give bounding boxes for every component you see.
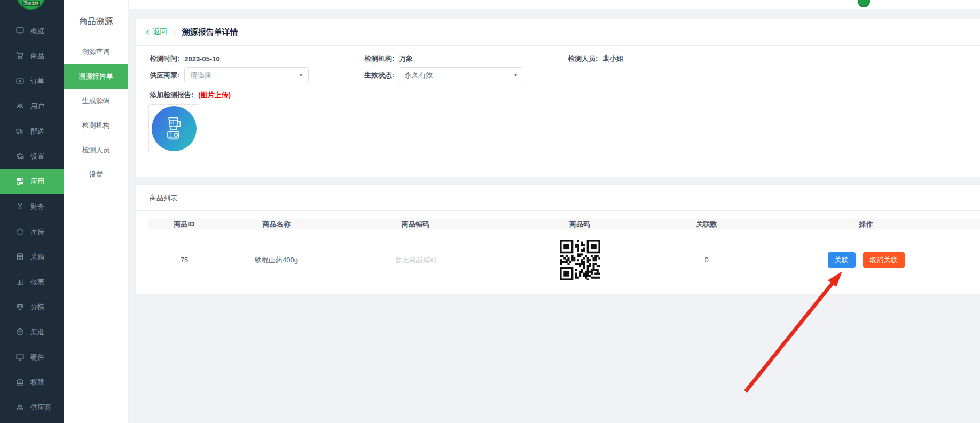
detail-header: < 返回 | 溯源报告单详情 xyxy=(136,19,980,45)
sidebar-item-供应商[interactable]: 供应商 xyxy=(0,395,64,420)
report-upload-label: 添加检测报告: xyxy=(150,90,193,100)
back-button[interactable]: < 返回 xyxy=(145,27,167,37)
primary-nav: 概览商品订单用户配送设置应用财务库房采购报表分拣渠道硬件权限供应商 xyxy=(0,18,64,420)
sidebar-item-订单[interactable]: 订单 xyxy=(0,68,64,93)
app-logo[interactable]: 万熙优鲜 xyxy=(0,0,64,11)
blender-image xyxy=(152,106,197,151)
submenu-item-label: 溯源查询 xyxy=(82,47,110,57)
person-value: 裴小姐 xyxy=(602,54,623,64)
back-label: 返回 xyxy=(152,27,167,37)
column-header: 商品码 xyxy=(498,220,661,229)
sidebar-item-财务[interactable]: 财务 xyxy=(0,194,64,219)
sidebar-item-label: 配送 xyxy=(30,127,44,136)
topbar xyxy=(129,0,980,9)
sidebar-item-权限[interactable]: 权限 xyxy=(0,370,64,395)
page: 万熙优鲜 概览商品订单用户配送设置应用财务库房采购报表分拣渠道硬件权限供应商 商… xyxy=(0,0,980,423)
test-time-value: 2023-05-10 xyxy=(184,55,220,63)
app-grid-icon xyxy=(15,177,25,186)
associate-button[interactable]: 关联 xyxy=(828,252,856,268)
test-time-label: 检测时间: xyxy=(150,54,179,64)
sidebar-item-label: 订单 xyxy=(30,76,44,86)
column-header: 商品ID xyxy=(148,220,220,229)
header-separator: | xyxy=(174,28,176,36)
sidebar-item-库房[interactable]: 库房 xyxy=(0,219,64,244)
table-header-row: 商品ID商品名称商品编码商品码关联数操作 xyxy=(148,218,980,230)
cell-assoc-count: 0 xyxy=(661,256,752,264)
report-upload-hint: (图片上传) xyxy=(198,90,231,100)
sidebar-item-概览[interactable]: 概览 xyxy=(0,18,64,43)
sidebar-item-label: 库房 xyxy=(30,227,44,237)
chevron-down-icon: ▼ xyxy=(299,73,303,77)
chevron-down-icon: ▼ xyxy=(513,73,518,77)
blender-icon xyxy=(160,115,188,143)
users-icon xyxy=(15,403,25,412)
sidebar-item-用户[interactable]: 用户 xyxy=(0,93,64,119)
supplier-select[interactable]: 请选择 ▼ xyxy=(184,67,309,83)
cart-icon xyxy=(15,51,25,60)
sidebar-item-分拣[interactable]: 分拣 xyxy=(0,294,64,319)
sidebar-item-采购[interactable]: 采购 xyxy=(0,244,64,269)
submenu-item-设置[interactable]: 设置 xyxy=(64,162,128,187)
qr-code xyxy=(560,240,600,280)
page-title: 溯源报告单详情 xyxy=(182,27,238,37)
app-logo-text: 万熙优鲜 xyxy=(22,1,40,6)
sidebar-item-label: 权限 xyxy=(30,378,44,387)
main-content: < 返回 | 溯源报告单详情 检测时间: 2023-05-10 检测机构: 万象 xyxy=(129,0,980,423)
submenu-item-溯源查询[interactable]: 溯源查询 xyxy=(64,40,128,64)
submenu-item-溯源报告单[interactable]: 溯源报告单 xyxy=(64,64,128,89)
sidebar-item-label: 渠道 xyxy=(30,327,44,337)
scale-icon xyxy=(15,302,25,311)
table-row: 75 铁棍山药400g 暂无商品编码 0 关联 取消关联 xyxy=(148,230,980,289)
sidebar-item-配送[interactable]: 配送 xyxy=(0,119,64,144)
bank-icon xyxy=(15,378,25,387)
submenu-item-label: 检测人员 xyxy=(82,145,110,155)
header-divider xyxy=(136,45,980,46)
submenu-item-检测人员[interactable]: 检测人员 xyxy=(64,138,128,162)
sidebar-item-label: 商品 xyxy=(30,51,44,61)
user-avatar[interactable] xyxy=(858,0,870,7)
sidebar-item-渠道[interactable]: 渠道 xyxy=(0,319,64,344)
status-select[interactable]: 永久有效 ▼ xyxy=(399,67,523,83)
sidebar-item-label: 概览 xyxy=(30,26,44,36)
sidebar-item-硬件[interactable]: 硬件 xyxy=(0,344,64,370)
sidebar-item-应用[interactable]: 应用 xyxy=(0,169,64,194)
list-divider xyxy=(136,210,980,211)
column-header: 商品名称 xyxy=(220,220,333,229)
supplier-select-value: 请选择 xyxy=(190,70,211,80)
submenu-item-生成源码[interactable]: 生成源码 xyxy=(64,89,128,113)
monitor-icon xyxy=(15,26,25,35)
column-header: 商品编码 xyxy=(333,220,498,229)
sidebar-item-label: 报表 xyxy=(30,277,44,287)
column-header: 操作 xyxy=(752,220,980,229)
sidebar-item-设置[interactable]: 设置 xyxy=(0,144,64,169)
puzzle-icon xyxy=(15,152,25,161)
sidebar-item-label: 供应商 xyxy=(30,403,51,412)
submenu-item-label: 生成源码 xyxy=(82,96,110,106)
sidebar-item-label: 采购 xyxy=(30,252,44,262)
report-image-thumbnail[interactable] xyxy=(148,104,199,153)
sidebar-item-报表[interactable]: 报表 xyxy=(0,269,64,294)
agency-value: 万象 xyxy=(399,54,413,64)
sidebar-item-label: 财务 xyxy=(30,202,44,212)
bar-chart-icon xyxy=(15,277,25,286)
submenu-item-检测机构[interactable]: 检测机构 xyxy=(64,113,128,138)
cell-product-code: 暂无商品编码 xyxy=(333,255,498,265)
product-list-title: 商品列表 xyxy=(136,185,980,210)
secondary-nav: 溯源查询溯源报告单生成源码检测机构检测人员设置 xyxy=(64,40,128,187)
report-detail-card: < 返回 | 溯源报告单详情 检测时间: 2023-05-10 检测机构: 万象 xyxy=(136,19,980,177)
sidebar-item-label: 设置 xyxy=(30,152,44,161)
supplier-label: 供应商家: xyxy=(150,70,179,80)
detail-form: 检测时间: 2023-05-10 检测机构: 万象 检测人员: 裴小姐 供应商家… xyxy=(136,53,980,100)
sidebar-item-label: 分拣 xyxy=(30,302,44,312)
status-select-value: 永久有效 xyxy=(405,70,433,80)
chevron-left-icon: < xyxy=(146,28,150,36)
sidebar-item-商品[interactable]: 商品 xyxy=(0,43,64,68)
column-header: 关联数 xyxy=(661,220,752,229)
users-icon xyxy=(15,101,25,111)
cell-product-id: 75 xyxy=(148,256,220,264)
submenu-item-label: 检测机构 xyxy=(82,121,110,130)
primary-sidebar: 万熙优鲜 概览商品订单用户配送设置应用财务库房采购报表分拣渠道硬件权限供应商 xyxy=(0,0,64,423)
cancel-associate-button[interactable]: 取消关联 xyxy=(863,252,905,268)
sidebar-item-label: 用户 xyxy=(30,101,44,111)
submenu-item-label: 设置 xyxy=(89,170,103,179)
